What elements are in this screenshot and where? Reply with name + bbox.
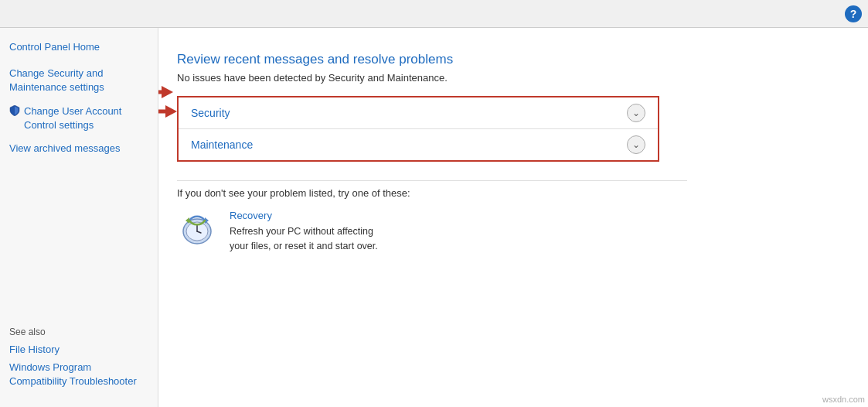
sidebar-bottom: See also File History Windows Program Co… <box>0 319 158 398</box>
recovery-section: Recovery Refresh your PC without affecti… <box>177 210 849 254</box>
svg-marker-3 <box>162 86 173 98</box>
watermark: wsxdn.com <box>822 395 865 404</box>
security-label: Security <box>191 107 627 119</box>
sidebar-security-settings-label: Change Security and Maintenance settings <box>9 67 148 94</box>
help-button[interactable]: ? <box>845 5 862 22</box>
section-box: Security ⌄ Maintenance ⌄ <box>177 96 659 162</box>
maintenance-row[interactable]: Maintenance ⌄ <box>179 129 658 160</box>
separator <box>177 180 687 181</box>
sidebar-uac-label: Change User Account Control settings <box>24 104 148 132</box>
windows-troubleshooter-label: Windows Program Compatibility Troublesho… <box>9 361 148 388</box>
sidebar-home-label: Control Panel Home <box>9 40 100 54</box>
maintenance-chevron[interactable]: ⌄ <box>627 135 645 154</box>
recovery-icon <box>177 210 217 250</box>
shield-icon <box>9 105 20 120</box>
recovery-link[interactable]: Recovery <box>230 210 378 221</box>
sidebar-change-uac-settings[interactable]: Change User Account Control settings <box>0 101 158 135</box>
sidebar-windows-troubleshooter[interactable]: Windows Program Compatibility Troublesho… <box>9 359 148 390</box>
maintenance-label: Maintenance <box>191 139 627 151</box>
sidebar-file-history[interactable]: File History <box>9 341 148 358</box>
sidebar-control-panel-home[interactable]: Control Panel Home <box>0 37 158 57</box>
svg-marker-1 <box>165 105 177 118</box>
recovery-text: Recovery Refresh your PC without affecti… <box>230 210 378 254</box>
subtitle: No issues have been detected by Security… <box>177 72 849 84</box>
security-row[interactable]: Security ⌄ <box>179 97 658 129</box>
see-also-label: See also <box>9 327 148 337</box>
help-label: ? <box>850 8 857 20</box>
try-these-text: If you don't see your problem listed, tr… <box>177 187 849 199</box>
security-chevron[interactable]: ⌄ <box>627 104 645 122</box>
page-title: Review recent messages and resolve probl… <box>177 52 849 67</box>
annotation-arrows <box>158 65 177 150</box>
file-history-label: File History <box>9 343 60 357</box>
top-bar: ? <box>0 0 868 28</box>
sidebar: Control Panel Home Change Security and M… <box>0 28 158 407</box>
sidebar-change-security-settings[interactable]: Change Security and Maintenance settings <box>0 63 158 97</box>
sidebar-archived-label: View archived messages <box>9 142 121 156</box>
main-layout: Control Panel Home Change Security and M… <box>0 28 868 407</box>
recovery-desc: Refresh your PC without affecting your f… <box>230 226 378 251</box>
chevron-down-icon-2: ⌄ <box>632 139 640 150</box>
content-area: Review recent messages and resolve probl… <box>158 28 868 407</box>
sidebar-view-archived[interactable]: View archived messages <box>0 139 158 159</box>
chevron-down-icon: ⌄ <box>632 108 640 118</box>
